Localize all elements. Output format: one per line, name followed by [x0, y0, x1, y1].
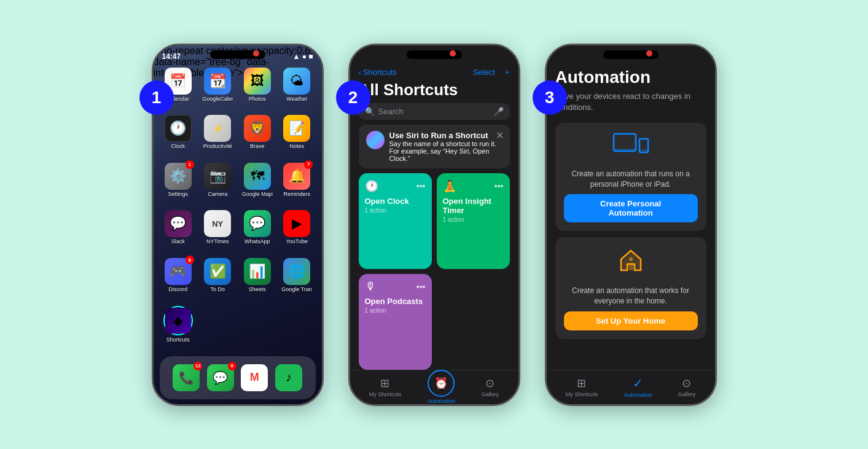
open-clock-name: Open Clock: [365, 197, 426, 206]
app-shortcuts[interactable]: ◆ Shortcuts: [163, 306, 193, 354]
clock-label: Clock: [171, 143, 185, 149]
prod-icon: ⚡: [204, 115, 231, 142]
discord-icon: 🎮 8: [165, 258, 192, 285]
dock-messages[interactable]: 💬 8: [207, 364, 234, 391]
whatsapp-label: WhatsApp: [244, 238, 270, 244]
automation-subtitle: Have your devices react to changes in co…: [555, 91, 706, 113]
shortcut-open-clock[interactable]: 🕐 ••• Open Clock 1 action: [359, 173, 432, 270]
search-placeholder: Search: [378, 107, 490, 116]
automation-title: Automation: [555, 68, 706, 87]
sheets-label: Sheets: [249, 286, 266, 292]
app-reminders[interactable]: 🔔 7 Reminders: [278, 163, 316, 208]
notes-label: Notes: [289, 143, 304, 149]
p3-my-shortcuts-label: My Shortcuts: [566, 391, 598, 397]
search-bar[interactable]: 🔍 Search 🎤: [359, 103, 510, 120]
dock-phone[interactable]: 📞 12: [173, 364, 200, 391]
app-discord[interactable]: 🎮 8 Discord: [160, 258, 197, 303]
whatsapp-icon: 💬: [244, 210, 271, 237]
shortcuts-label: Shortcuts: [166, 337, 190, 343]
svg-rect-3: [639, 149, 648, 151]
discord-badge: 8: [186, 256, 194, 264]
app-notes[interactable]: 📝 Notes: [278, 115, 316, 160]
messages-badge: 8: [228, 362, 237, 370]
shortcuts-bottom-nav: ⊞ My Shortcuts ⏰ Automation ⊙ Gallery: [350, 370, 518, 404]
siri-close-button[interactable]: ✕: [496, 130, 504, 141]
create-personal-automation-button[interactable]: Create Personal Automation: [564, 194, 698, 222]
p3-nav-gallery[interactable]: ⊙ Gallery: [678, 377, 696, 397]
siri-text: Say the name of a shortcut to run it. Fo…: [389, 140, 502, 162]
phone-1-frame: ') no-repeat center/cover;opacity:0.6;" …: [152, 44, 324, 406]
select-button[interactable]: Select: [473, 68, 495, 77]
set-up-home-button[interactable]: Set Up Your Home: [564, 311, 698, 330]
settings-badge: 1: [186, 160, 194, 169]
clock-menu-icon: •••: [416, 181, 426, 191]
app-todo[interactable]: ✅ To Do: [199, 258, 237, 303]
insight-menu-icon: •••: [495, 181, 504, 191]
brave-icon: 🦁: [244, 115, 271, 142]
app-slack[interactable]: 💬 Slack: [160, 210, 197, 256]
podcasts-menu-icon: •••: [416, 282, 426, 292]
open-podcasts-sub: 1 action: [365, 307, 426, 314]
settings-icon: ⚙️ 1: [165, 163, 192, 190]
app-settings[interactable]: ⚙️ 1 Settings: [160, 163, 197, 208]
siri-icon: [366, 131, 385, 149]
mic-icon: 🎤: [494, 107, 504, 116]
add-button[interactable]: +: [505, 68, 510, 77]
nav-automation[interactable]: ⏰ Automation: [428, 370, 456, 404]
nav-gallery[interactable]: ⊙ Gallery: [482, 377, 499, 397]
my-shortcuts-icon: ⊞: [380, 377, 389, 390]
app-photos[interactable]: 🖼 Photos: [239, 68, 276, 113]
p3-nav-my-shortcuts[interactable]: ⊞ My Shortcuts: [566, 377, 598, 397]
personal-automation-card: Create an automation that runs on a pers…: [555, 123, 706, 232]
svg-rect-4: [628, 263, 633, 270]
p3-nav-automation[interactable]: ✓ Automation: [624, 376, 652, 398]
app-sheets[interactable]: 📊 Sheets: [239, 258, 276, 303]
camera-icon: 📷: [204, 163, 231, 190]
record-dot-1: [253, 50, 259, 57]
shortcut-open-insight[interactable]: 🧘 ••• Open Insight Timer 1 action: [437, 173, 510, 270]
insight-shortcut-icon: 🧘: [443, 179, 456, 193]
weather-label: Weather: [286, 96, 307, 102]
dock: 📞 12 💬 8 M ♪: [160, 356, 316, 399]
gcal-label: GoogleCalendar: [202, 96, 233, 102]
nyt-label: NYTimes: [206, 238, 229, 244]
app-clock[interactable]: 🕐 Clock: [160, 115, 197, 160]
podcasts-shortcut-icon: 🎙: [365, 280, 376, 293]
weather-icon: 🌤: [283, 68, 310, 95]
open-insight-name: Open Insight Timer: [443, 197, 504, 215]
app-brave[interactable]: 🦁 Brave: [239, 115, 276, 160]
open-clock-sub: 1 action: [365, 207, 426, 214]
maps-label: Google Maps: [242, 191, 273, 197]
app-camera[interactable]: 📷 Camera: [199, 163, 237, 208]
automation-circle-icon: ⏰: [428, 370, 455, 397]
step-3-badge: 3: [533, 80, 567, 115]
app-prod[interactable]: ⚡ Productivité: [199, 115, 237, 160]
gtranslate-icon: 🌐: [283, 258, 310, 285]
home-automation-card: Create an automation that works for ever…: [555, 237, 706, 339]
svg-point-5: [629, 257, 633, 261]
dock-gmail[interactable]: M: [241, 364, 268, 391]
app-youtube[interactable]: ▶ YouTube: [278, 210, 316, 256]
nav-my-shortcuts[interactable]: ⊞ My Shortcuts: [369, 377, 402, 397]
app-gcal[interactable]: 📆 GoogleCalendar: [199, 68, 237, 113]
back-button[interactable]: ‹ Shortcuts: [359, 68, 397, 77]
gmail-icon: M: [241, 364, 268, 391]
phone-badge: 12: [194, 362, 202, 370]
back-label: Shortcuts: [363, 68, 397, 77]
app-nyt[interactable]: NY NYTimes: [199, 210, 237, 256]
phone-2-frame: ‹ Shortcuts Select + All Shortcuts 🔍 Sea…: [348, 44, 520, 406]
app-weather[interactable]: 🌤 Weather: [278, 68, 316, 113]
dock-spotify[interactable]: ♪: [275, 364, 302, 391]
shortcut-open-podcasts[interactable]: 🎙 ••• Open Podcasts 1 action: [359, 274, 432, 370]
home-time: 14:47: [162, 52, 181, 61]
p3-my-shortcuts-icon: ⊞: [577, 377, 586, 390]
app-whatsapp[interactable]: 💬 WhatsApp: [239, 210, 276, 256]
shortcuts-title: All Shortcuts: [350, 80, 518, 103]
app-gtranslate[interactable]: 🌐 Google Translate: [278, 258, 316, 303]
app-maps[interactable]: 🗺 Google Maps: [239, 163, 276, 208]
p3-automation-icon: ✓: [633, 376, 643, 391]
automation-cards: Create an automation that runs on a pers…: [547, 118, 715, 370]
phone-3-screen: Automation Have your devices react to ch…: [547, 45, 715, 404]
open-clock-header: 🕐 •••: [365, 179, 426, 193]
reminders-label: Reminders: [283, 191, 310, 197]
